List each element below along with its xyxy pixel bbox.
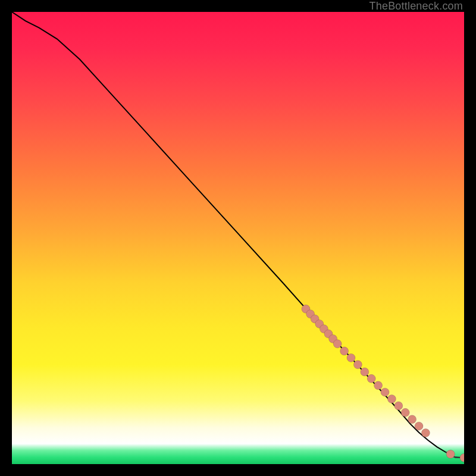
- watermark-text: TheBottleneck.com: [369, 0, 463, 12]
- chart-frame: TheBottleneck.com: [0, 0, 476, 476]
- data-point: [460, 453, 464, 462]
- plot-svg: [12, 12, 464, 464]
- data-point: [387, 395, 396, 403]
- data-point: [394, 402, 403, 410]
- data-point: [381, 388, 389, 396]
- data-point: [374, 381, 383, 390]
- data-point: [361, 368, 369, 376]
- data-point: [415, 422, 423, 430]
- data-point: [446, 450, 455, 458]
- data-point: [401, 408, 409, 416]
- data-point: [367, 374, 375, 383]
- plot-area: [12, 12, 464, 464]
- data-point: [353, 361, 362, 369]
- data-point: [408, 415, 416, 424]
- data-point: [333, 340, 342, 348]
- bottleneck-curve: [12, 12, 464, 458]
- data-point: [421, 429, 430, 437]
- data-point: [347, 353, 355, 362]
- data-points: [302, 305, 464, 462]
- data-point: [340, 347, 349, 355]
